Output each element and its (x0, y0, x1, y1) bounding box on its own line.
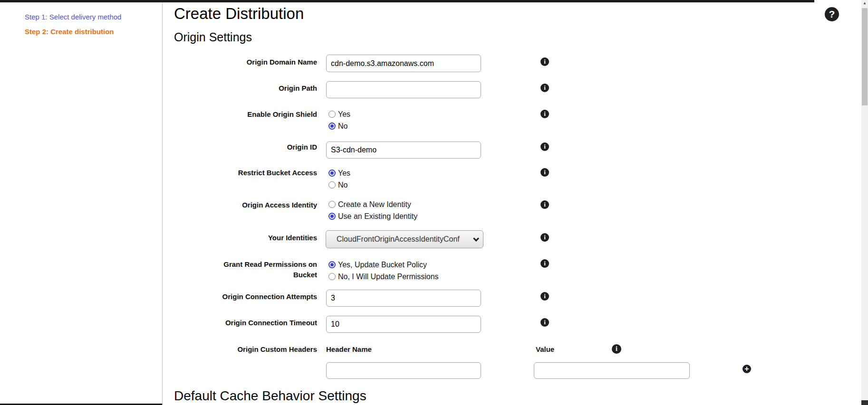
restrict-bucket-access-label: Restrict Bucket Access (200, 168, 317, 177)
sidebar-divider (162, 2, 163, 405)
info-icon[interactable]: i (540, 259, 549, 268)
origin-custom-headers-label: Origin Custom Headers (200, 345, 317, 354)
value-column-label: Value (536, 345, 554, 354)
origin-connection-attempts-input[interactable] (326, 290, 481, 307)
page-title: Create Distribution (174, 5, 304, 23)
origin-settings-heading: Origin Settings (174, 30, 252, 44)
origin-domain-name-label: Origin Domain Name (200, 57, 317, 66)
origin-connection-timeout-input[interactable] (326, 316, 481, 333)
radio-button-icon[interactable] (328, 122, 336, 130)
top-border (0, 0, 814, 2)
origin-id-input[interactable] (326, 141, 481, 159)
header-name-column-label: Header Name (326, 345, 372, 354)
custom-header-value-input[interactable] (534, 362, 690, 379)
restrict-bucket-access-option-yes[interactable]: Yes (328, 167, 350, 179)
grant-read-permissions-option-yes[interactable]: Yes, Update Bucket Policy (328, 259, 439, 271)
info-icon[interactable]: i (612, 344, 621, 354)
enable-origin-shield-radio-group: Yes No (328, 108, 350, 132)
enable-origin-shield-option-yes[interactable]: Yes (328, 108, 350, 120)
sidebar-step-2-current: Step 2: Create distribution (25, 27, 114, 36)
grant-read-permissions-label: Grant Read Permissions on Bucket (200, 259, 317, 280)
origin-access-identity-label: Origin Access Identity (200, 200, 317, 209)
radio-button-icon[interactable] (328, 201, 336, 208)
enable-origin-shield-option-no[interactable]: No (328, 120, 350, 132)
info-icon[interactable]: i (540, 318, 549, 327)
info-icon[interactable]: i (540, 142, 549, 151)
radio-button-icon[interactable] (328, 170, 336, 177)
sidebar-step-1-link[interactable]: Step 1: Select delivery method (25, 12, 121, 21)
origin-id-label: Origin ID (200, 142, 317, 151)
restrict-bucket-access-radio-group: Yes No (328, 167, 350, 191)
scrollbar-thumb[interactable] (862, 8, 868, 105)
origin-access-identity-radio-group: Create a New Identity Use an Existing Id… (328, 198, 417, 222)
your-identities-select[interactable]: CloudFrontOriginAccessIdentityConf (326, 230, 483, 248)
origin-path-label: Origin Path (200, 84, 317, 93)
arrow-up-icon[interactable]: ▲ (861, 1, 868, 5)
restrict-bucket-access-option-no[interactable]: No (328, 179, 350, 191)
origin-connection-attempts-label: Origin Connection Attempts (200, 292, 317, 301)
help-icon[interactable]: ? (825, 7, 839, 21)
radio-button-icon[interactable] (328, 213, 336, 220)
vertical-scrollbar[interactable]: ▲ (861, 0, 868, 405)
info-icon[interactable]: i (540, 84, 549, 92)
default-cache-behavior-heading: Default Cache Behavior Settings (174, 388, 366, 404)
chevron-down-icon (473, 235, 479, 242)
info-icon[interactable]: i (540, 168, 549, 177)
grant-read-permissions-radio-group: Yes, Update Bucket Policy No, I Will Upd… (328, 259, 439, 283)
radio-button-icon[interactable] (328, 181, 336, 188)
origin-access-identity-option-existing[interactable]: Use an Existing Identity (328, 210, 417, 222)
info-icon[interactable]: i (540, 110, 549, 118)
origin-access-identity-option-create[interactable]: Create a New Identity (328, 198, 417, 210)
add-custom-header-button[interactable]: + (743, 365, 751, 373)
info-icon[interactable]: i (540, 292, 549, 301)
scrollbar-corner (861, 400, 868, 405)
custom-header-name-input[interactable] (326, 362, 481, 379)
enable-origin-shield-label: Enable Origin Shield (200, 110, 317, 119)
origin-path-input[interactable] (326, 81, 481, 98)
plus-icon: + (744, 365, 749, 373)
origin-domain-name-input[interactable] (326, 55, 481, 72)
grant-read-permissions-option-no[interactable]: No, I Will Update Permissions (328, 271, 439, 283)
radio-button-icon[interactable] (328, 273, 336, 280)
info-icon[interactable]: i (540, 200, 549, 209)
info-icon[interactable]: i (540, 57, 549, 66)
cloudfront-create-distribution-page: Step 1: Select delivery method Step 2: C… (0, 0, 868, 405)
radio-button-icon[interactable] (328, 111, 336, 118)
your-identities-label: Your Identities (200, 233, 317, 242)
radio-button-icon[interactable] (328, 261, 336, 268)
info-icon[interactable]: i (540, 233, 549, 242)
origin-connection-timeout-label: Origin Connection Timeout (200, 318, 317, 327)
